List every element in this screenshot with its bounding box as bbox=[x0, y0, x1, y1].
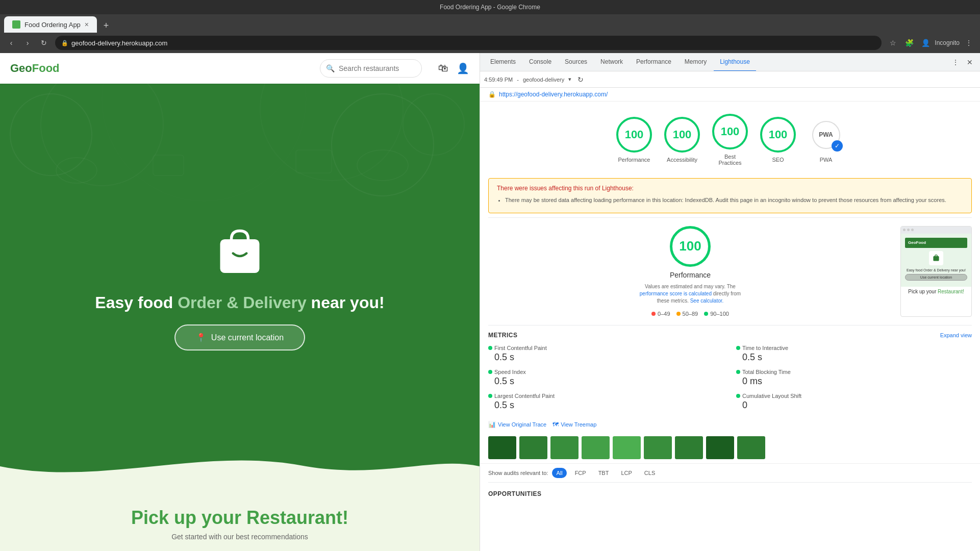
warning-text: There may be stored data affecting loadi… bbox=[497, 196, 963, 205]
wave-decoration bbox=[0, 446, 480, 487]
logo-food: Food bbox=[32, 62, 60, 74]
browser-action-buttons: ☆ 🧩 👤 Incognito ⋮ bbox=[886, 36, 976, 50]
devtools-tab-lighthouse[interactable]: Lighthouse bbox=[714, 53, 756, 71]
perf-score-circle: 100 bbox=[670, 226, 711, 267]
devtools-tab-console[interactable]: Console bbox=[523, 53, 558, 71]
cart-icon[interactable]: 🛍 bbox=[438, 62, 448, 74]
svg-point-0 bbox=[10, 94, 92, 176]
lighthouse-full-url: https://geofood-delivery.herokuapp.com/ bbox=[499, 91, 608, 98]
warning-title: There were issues affecting this run of … bbox=[497, 185, 963, 192]
metric-tti-name: Time to Interactive bbox=[736, 345, 972, 351]
devtools-tabs: Elements Console Sources Network Perform… bbox=[480, 53, 980, 71]
accessibility-score-label: Accessibility bbox=[667, 157, 697, 163]
screenshot-body: GeoFood Easy food Order & Delivery near … bbox=[901, 234, 971, 287]
metrics-section: METRICS Expand view First Contentful Pai… bbox=[480, 325, 980, 417]
audit-tab-all[interactable]: All bbox=[552, 468, 566, 478]
devtools-tab-network[interactable]: Network bbox=[594, 53, 629, 71]
user-icon[interactable]: 👤 bbox=[457, 62, 469, 74]
perf-score-link[interactable]: performance score is calculated bbox=[640, 291, 712, 296]
audit-tab-tbt[interactable]: TBT bbox=[594, 468, 613, 478]
browser-title-bar: Food Ordering App - Google Chrome bbox=[0, 0, 980, 14]
search-bar: 🔍 bbox=[320, 59, 422, 78]
expand-view-button[interactable]: Expand view bbox=[940, 332, 972, 338]
extension-button[interactable]: 🧩 bbox=[902, 36, 916, 50]
legend-fail-dot bbox=[651, 312, 656, 316]
accessibility-score-circle: 100 bbox=[664, 117, 700, 153]
new-tab-button[interactable]: + bbox=[99, 18, 113, 33]
best-practices-score-circle: 100 bbox=[712, 114, 748, 149]
svg-point-7 bbox=[357, 150, 408, 181]
profile-button[interactable]: 👤 bbox=[918, 36, 933, 50]
accessibility-score-value: 100 bbox=[673, 128, 692, 141]
search-icon: 🔍 bbox=[326, 64, 335, 72]
devtools-tab-sources[interactable]: Sources bbox=[559, 53, 593, 71]
lighthouse-scores: 100 Performance 100 Accessibility 100 Be… bbox=[480, 102, 980, 174]
address-bar-input[interactable]: 🔒 geofood-delivery.herokuapp.com bbox=[55, 36, 882, 50]
devtools-secondary-toolbar: 4:59:49 PM - geofood-delivery ▾ ↻ bbox=[480, 71, 980, 88]
metric-tbt-name: Total Blocking Time bbox=[736, 369, 972, 375]
devtools-content: 🔒 https://geofood-delivery.herokuapp.com… bbox=[480, 88, 980, 551]
devtools-more-button[interactable]: ⋮ bbox=[949, 56, 962, 68]
devtools-close-button[interactable]: ✕ bbox=[964, 56, 976, 68]
use-current-location-button[interactable]: 📍 Use current location bbox=[174, 324, 305, 350]
performance-screenshot: GeoFood Easy food Order & Delivery near … bbox=[900, 226, 972, 317]
metric-cls-label: Cumulative Layout Shift bbox=[742, 393, 801, 399]
screenshot-mini-btn: Use current location bbox=[905, 274, 967, 281]
pickup-subtitle: Get started with our best recommendation… bbox=[10, 533, 469, 541]
metrics-title: METRICS bbox=[488, 332, 518, 339]
view-treemap-button[interactable]: 🗺 View Treemap bbox=[552, 421, 596, 428]
header-icons: 🛍 👤 bbox=[438, 62, 469, 74]
perf-note: Values are estimated and may vary. The p… bbox=[639, 283, 741, 305]
devtools-tab-memory[interactable]: Memory bbox=[679, 53, 713, 71]
pwa-label: PWA bbox=[819, 131, 833, 138]
svg-rect-9 bbox=[296, 150, 332, 173]
audit-tab-fcp[interactable]: FCP bbox=[571, 468, 590, 478]
thumbnail-4 bbox=[582, 436, 610, 459]
menu-button[interactable]: ⋮ bbox=[962, 36, 976, 50]
hero-title-highlight: Order & Delivery bbox=[178, 293, 307, 312]
browser-tab-active[interactable]: Food Ordering App × bbox=[4, 16, 97, 33]
devtools-tab-elements[interactable]: Elements bbox=[484, 53, 522, 71]
ss-dot-1 bbox=[903, 229, 906, 231]
warning-item-0: There may be stored data affecting loadi… bbox=[505, 196, 963, 205]
forward-button[interactable]: › bbox=[20, 36, 35, 50]
pwa-check-icon: ✓ bbox=[832, 140, 843, 152]
pickup-title: Pick up your Restaurant! bbox=[10, 507, 469, 529]
perf-calc-link[interactable]: See calculator. bbox=[690, 298, 724, 304]
view-treemap-label: View Treemap bbox=[561, 421, 596, 428]
perf-note-text: Values are estimated and may vary. The bbox=[645, 284, 736, 289]
thumbnail-8 bbox=[706, 436, 734, 459]
back-button[interactable]: ‹ bbox=[4, 36, 18, 50]
audit-tab-cls[interactable]: CLS bbox=[640, 468, 659, 478]
lighthouse-refresh-icon[interactable]: ↻ bbox=[577, 76, 584, 84]
refresh-button[interactable]: ↻ bbox=[37, 36, 51, 50]
metric-fcp-dot bbox=[488, 346, 492, 350]
svg-rect-8 bbox=[153, 155, 184, 176]
app-logo: GeoFood bbox=[10, 62, 60, 75]
bookmark-button[interactable]: ☆ bbox=[886, 36, 900, 50]
screenshot-mini-header: GeoFood bbox=[905, 238, 967, 248]
tab-close-button[interactable]: × bbox=[85, 20, 89, 29]
pwa-score-label: PWA bbox=[820, 157, 833, 163]
devtools-tab-performance[interactable]: Performance bbox=[630, 53, 677, 71]
thumbnail-7 bbox=[675, 436, 703, 459]
audit-tab-lcp[interactable]: LCP bbox=[617, 468, 636, 478]
legend-fail: 0–49 bbox=[651, 311, 670, 317]
legend-pass: 90–100 bbox=[704, 311, 729, 317]
metric-tti: Time to Interactive 0.5 s bbox=[736, 345, 972, 363]
legend-average-dot bbox=[676, 312, 681, 316]
search-input[interactable] bbox=[320, 59, 422, 78]
logo-geo: Geo bbox=[10, 62, 32, 74]
pickup-title-highlight: Restaurant! bbox=[246, 507, 348, 528]
lighthouse-url-dropdown[interactable]: ▾ bbox=[568, 76, 571, 83]
thumbnail-9 bbox=[737, 436, 765, 459]
legend-fail-range: 0–49 bbox=[658, 311, 670, 317]
browser-window: Food Ordering App - Google Chrome Food O… bbox=[0, 0, 980, 53]
metric-tti-label: Time to Interactive bbox=[742, 345, 788, 351]
thumbnail-2 bbox=[519, 436, 547, 459]
treemap-icon: 🗺 bbox=[552, 421, 559, 428]
metric-fcp: First Contentful Paint 0.5 s bbox=[488, 345, 724, 363]
screenshot-mini-icon bbox=[929, 251, 943, 265]
view-original-trace-button[interactable]: 📊 View Original Trace bbox=[488, 421, 546, 428]
metric-tbt-value: 0 ms bbox=[736, 376, 972, 387]
